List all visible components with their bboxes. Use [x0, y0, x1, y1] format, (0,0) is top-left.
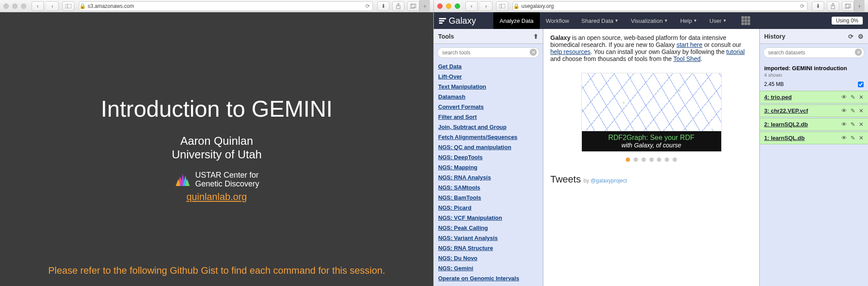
galaxy-logo[interactable]: Galaxy: [439, 16, 476, 26]
tabs-button[interactable]: [407, 1, 419, 11]
new-tab-button[interactable]: +: [854, 0, 864, 12]
delete-icon[interactable]: ✕: [859, 94, 864, 100]
zoom-dot[interactable]: [21, 4, 26, 9]
nav-workflow[interactable]: Workflow: [540, 12, 575, 29]
usage-badge[interactable]: Using 0%: [832, 17, 863, 25]
tool-category[interactable]: NGS: SAMtools: [438, 182, 539, 193]
minimize-dot[interactable]: [446, 4, 451, 9]
close-dot[interactable]: [4, 4, 9, 9]
tool-category[interactable]: NGS: Picard: [438, 203, 539, 213]
dataset-name[interactable]: 3: chr22.VEP.vcf: [764, 107, 808, 114]
tool-shed-link[interactable]: Tool Shed: [673, 55, 701, 62]
edit-icon[interactable]: ✎: [850, 94, 855, 100]
delete-icon[interactable]: ✕: [859, 135, 864, 141]
nav-help[interactable]: Help▼: [674, 12, 703, 29]
minimize-dot[interactable]: [12, 4, 18, 9]
tool-category[interactable]: Lift-Over: [438, 72, 539, 82]
carousel-slide[interactable]: ❚❚ RDF2Graph: See your RDF with Galaxy, …: [581, 73, 722, 152]
download-button[interactable]: ⬇: [812, 1, 824, 11]
tool-category[interactable]: Operate on Genomic Intervals: [438, 273, 539, 283]
tutorial-link[interactable]: tutorial: [726, 48, 745, 55]
eye-icon[interactable]: 👁: [841, 107, 847, 114]
tool-category[interactable]: Fetch Alignments/Sequences: [438, 132, 539, 142]
sidebar-button[interactable]: [496, 1, 508, 11]
eye-icon[interactable]: 👁: [841, 94, 847, 100]
upload-icon[interactable]: ⬆: [533, 33, 539, 40]
history-name[interactable]: imported: GEMINI introduction: [764, 65, 864, 72]
download-button[interactable]: ⬇: [377, 1, 390, 11]
zoom-dot[interactable]: [455, 4, 460, 9]
nav-user[interactable]: User▼: [703, 12, 733, 29]
dataset-name[interactable]: 4: trio.ped: [764, 94, 792, 100]
edit-icon[interactable]: ✎: [850, 107, 855, 114]
nav-visualization[interactable]: Visualization▼: [625, 12, 674, 29]
dot[interactable]: [657, 157, 661, 162]
dot[interactable]: [626, 157, 630, 162]
close-dot[interactable]: [437, 4, 443, 9]
tools-search-input[interactable]: [437, 47, 539, 58]
eye-icon[interactable]: 👁: [841, 135, 847, 141]
tweets-handle-link[interactable]: @galaxyproject: [591, 178, 627, 184]
chevron-down-icon: ▼: [664, 18, 668, 23]
dot[interactable]: [673, 157, 677, 162]
edit-icon[interactable]: ✎: [850, 135, 855, 141]
eye-icon[interactable]: 👁: [841, 121, 847, 128]
edit-icon[interactable]: ✎: [850, 121, 855, 128]
tool-category[interactable]: NGS: RNA Structure: [438, 243, 539, 253]
share-button[interactable]: [392, 1, 404, 11]
tool-category[interactable]: Get Data: [438, 61, 539, 72]
nav-shared-data[interactable]: Shared Data▼: [575, 12, 625, 29]
help-resources-link[interactable]: help resources: [550, 48, 591, 55]
tool-category[interactable]: NGS: Peak Calling: [438, 223, 539, 233]
dot[interactable]: [641, 157, 646, 162]
clear-icon[interactable]: ✕: [855, 49, 862, 56]
delete-icon[interactable]: ✕: [859, 107, 864, 114]
tool-category[interactable]: Convert Formats: [438, 102, 539, 112]
tabs-button[interactable]: [842, 1, 854, 11]
tool-category[interactable]: NGS: RNA Analysis: [438, 172, 539, 182]
url-bar[interactable]: 🔒 usegalaxy.org ⟳: [513, 1, 808, 11]
tool-category[interactable]: NGS: Mapping: [438, 162, 539, 172]
reload-icon[interactable]: ⟳: [363, 3, 372, 9]
start-here-link[interactable]: start here: [677, 41, 702, 48]
dot[interactable]: [634, 157, 638, 162]
new-tab-button[interactable]: +: [419, 0, 430, 12]
dataset-row[interactable]: 1: learnSQL.db👁✎✕: [760, 132, 868, 144]
refresh-icon[interactable]: ⟳: [848, 33, 854, 40]
dot[interactable]: [665, 157, 669, 162]
tool-category[interactable]: NGS: BamTools: [438, 193, 539, 203]
tool-category[interactable]: NGS: Du Novo: [438, 253, 539, 263]
gear-icon[interactable]: ⚙: [858, 33, 864, 40]
tool-category[interactable]: Filter and Sort: [438, 112, 539, 122]
tool-category[interactable]: NGS: Gemini: [438, 263, 539, 273]
tool-category[interactable]: NGS: DeepTools: [438, 152, 539, 162]
back-button[interactable]: ‹: [465, 1, 478, 11]
history-select-all-checkbox[interactable]: [858, 82, 864, 87]
tool-category[interactable]: Datamash: [438, 92, 539, 102]
reload-icon[interactable]: ⟳: [797, 3, 807, 9]
share-button[interactable]: [827, 1, 839, 11]
tool-category[interactable]: Text Manipulation: [438, 82, 539, 92]
tool-category[interactable]: NGS: VCF Manipulation: [438, 213, 539, 223]
url-bar[interactable]: 🔒 s3.amazonaws.com ⟳: [79, 1, 373, 11]
dataset-row[interactable]: 4: trio.ped👁✎✕: [760, 91, 868, 104]
nav-analyze-data[interactable]: Analyze Data: [493, 12, 539, 29]
tool-category[interactable]: NGS: Variant Analysis: [438, 233, 539, 243]
back-button[interactable]: ‹: [32, 1, 44, 11]
dataset-row[interactable]: 3: chr22.VEP.vcf👁✎✕: [760, 104, 868, 117]
history-search-input[interactable]: [763, 47, 864, 58]
tool-category[interactable]: Join, Subtract and Group: [438, 122, 539, 132]
nav-scratchbook[interactable]: [733, 12, 756, 29]
slide-link[interactable]: quinlanlab.org: [186, 191, 247, 203]
pause-icon[interactable]: ❚❚: [708, 123, 719, 130]
tool-category[interactable]: NGS: QC and manipulation: [438, 142, 539, 152]
forward-button[interactable]: ›: [480, 1, 492, 11]
dataset-name[interactable]: 2: learnSQL2.db: [764, 121, 808, 128]
dot[interactable]: [649, 157, 654, 162]
forward-button[interactable]: ›: [46, 1, 59, 11]
clear-icon[interactable]: ✕: [530, 49, 537, 56]
dataset-row[interactable]: 2: learnSQL2.db👁✎✕: [760, 118, 868, 131]
sidebar-button[interactable]: [62, 1, 74, 11]
dataset-name[interactable]: 1: learnSQL.db: [764, 135, 804, 141]
delete-icon[interactable]: ✕: [859, 121, 864, 128]
